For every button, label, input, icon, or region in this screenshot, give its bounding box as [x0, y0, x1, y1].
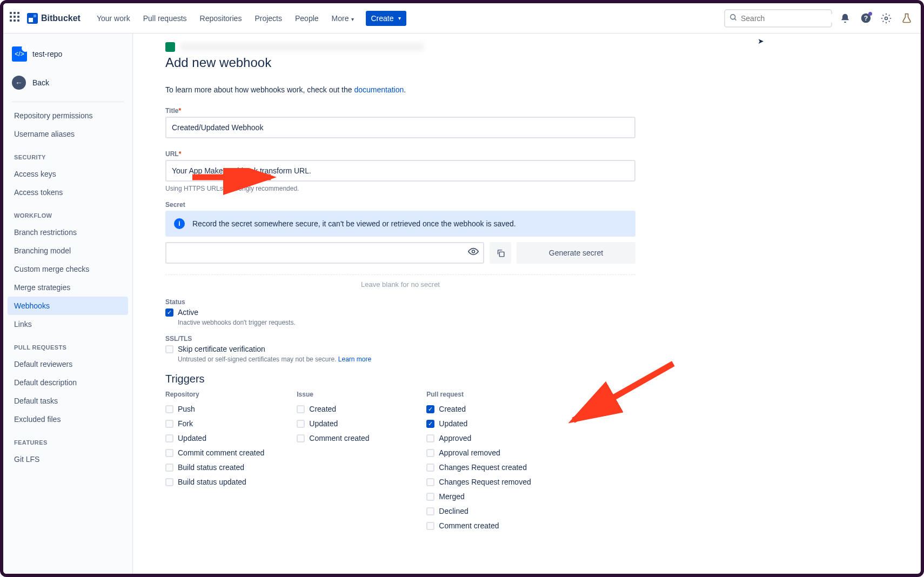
skip-cert-checkbox[interactable] — [165, 345, 173, 353]
trigger-checkbox[interactable] — [426, 434, 434, 442]
sidebar-item-username-aliases[interactable]: Username aliases — [8, 125, 128, 143]
trigger-checkbox[interactable] — [165, 434, 173, 442]
sidebar-item-access-tokens[interactable]: Access tokens — [8, 183, 128, 202]
trigger-checkbox[interactable] — [426, 522, 434, 530]
active-label[interactable]: Active — [178, 308, 198, 317]
sidebar-item-branching-model[interactable]: Branching model — [8, 241, 128, 260]
url-hint: Using HTTPS URLs is strongly recommended… — [165, 185, 635, 192]
back-label: Back — [32, 78, 49, 87]
trigger-label[interactable]: Comment created — [439, 521, 499, 530]
url-label: URL* — [165, 150, 635, 158]
trigger-checkbox[interactable]: ✓ — [426, 420, 434, 428]
labs-icon[interactable] — [899, 11, 914, 26]
sidebar-item-webhooks[interactable]: Webhooks — [8, 297, 128, 315]
sidebar-item-default-description[interactable]: Default description — [8, 373, 128, 392]
trigger-checkbox[interactable] — [426, 464, 434, 472]
secret-input[interactable] — [165, 242, 484, 264]
trigger-label[interactable]: Merged — [439, 492, 464, 501]
bitbucket-icon — [27, 13, 38, 24]
sidebar-item-custom-merge-checks[interactable]: Custom merge checks — [8, 260, 128, 278]
secret-banner-text: Record the secret somewhere secure, it c… — [192, 219, 516, 228]
secret-info-banner: i Record the secret somewhere secure, it… — [165, 211, 635, 237]
trigger-label[interactable]: Declined — [439, 507, 468, 515]
trigger-checkbox[interactable] — [165, 405, 173, 413]
create-button[interactable]: Create▾ — [366, 11, 406, 26]
trigger-checkbox[interactable] — [165, 420, 173, 428]
trigger-checkbox[interactable]: ✓ — [426, 405, 434, 413]
svg-line-1 — [734, 18, 736, 20]
trigger-column-heading: Pull request — [426, 391, 531, 398]
app-switcher-icon[interactable] — [10, 12, 23, 25]
nav-pull-requests[interactable]: Pull requests — [138, 11, 192, 26]
trigger-label[interactable]: Commit comment created — [178, 448, 264, 457]
help-icon[interactable]: ? — [858, 11, 873, 26]
trigger-checkbox[interactable] — [426, 449, 434, 457]
trigger-label[interactable]: Updated — [178, 434, 206, 442]
trigger-label[interactable]: Approval removed — [439, 448, 500, 457]
eye-icon[interactable] — [468, 246, 479, 260]
trigger-label[interactable]: Push — [178, 405, 195, 413]
generate-secret-button[interactable]: Generate secret — [517, 242, 635, 264]
trigger-label[interactable]: Build status created — [178, 463, 244, 472]
bitbucket-logo[interactable]: Bitbucket — [27, 13, 81, 24]
sidebar-item-excluded-files[interactable]: Excluded files — [8, 410, 128, 428]
trigger-checkbox[interactable] — [426, 493, 434, 501]
svg-point-5 — [472, 250, 475, 253]
sidebar-item-links[interactable]: Links — [8, 315, 128, 333]
notifications-icon[interactable] — [838, 11, 853, 26]
back-button[interactable]: ← Back — [8, 70, 128, 95]
primary-nav: Your work Pull requests Repositories Pro… — [91, 11, 359, 26]
nav-people[interactable]: People — [290, 11, 324, 26]
copy-button[interactable] — [490, 242, 511, 264]
trigger-label[interactable]: Approved — [439, 434, 471, 442]
trigger-checkbox[interactable] — [297, 420, 305, 428]
nav-your-work[interactable]: Your work — [91, 11, 136, 26]
trigger-label[interactable]: Created — [439, 405, 466, 413]
skip-cert-label[interactable]: Skip certificate verification — [178, 345, 265, 353]
repo-icon: </> — [12, 46, 27, 62]
title-input[interactable] — [165, 117, 635, 138]
documentation-link[interactable]: documentation — [354, 85, 404, 94]
trigger-label[interactable]: Created — [309, 405, 336, 413]
chevron-down-icon: ▾ — [398, 15, 401, 21]
nav-projects[interactable]: Projects — [249, 11, 287, 26]
trigger-checkbox[interactable] — [165, 478, 173, 486]
trigger-checkbox[interactable] — [297, 405, 305, 413]
sidebar-item-default-tasks[interactable]: Default tasks — [8, 392, 128, 410]
trigger-label[interactable]: Changes Request created — [439, 463, 527, 472]
learn-more-link[interactable]: Learn more — [338, 355, 371, 363]
trigger-label[interactable]: Build status updated — [178, 478, 246, 486]
trigger-label[interactable]: Comment created — [309, 434, 369, 442]
active-checkbox[interactable]: ✓ — [165, 308, 173, 317]
top-navigation: Bitbucket Your work Pull requests Reposi… — [3, 3, 921, 33]
sidebar-item-default-reviewers[interactable]: Default reviewers — [8, 355, 128, 373]
search-field[interactable] — [741, 14, 835, 23]
trigger-checkbox[interactable] — [426, 507, 434, 515]
nav-more[interactable]: More▾ — [326, 11, 359, 26]
trigger-label[interactable]: Fork — [178, 419, 193, 428]
trigger-label[interactable]: Changes Request removed — [439, 478, 531, 486]
status-label: Status — [165, 298, 635, 306]
ssl-label: SSL/TLS — [165, 335, 635, 343]
trigger-checkbox[interactable] — [426, 478, 434, 486]
sidebar-item-merge-strategies[interactable]: Merge strategies — [8, 278, 128, 297]
trigger-checkbox[interactable] — [165, 449, 173, 457]
settings-icon[interactable] — [879, 11, 894, 26]
trigger-label[interactable]: Updated — [309, 419, 338, 428]
trigger-checkbox[interactable] — [297, 434, 305, 442]
page-title: Add new webhook — [165, 55, 899, 70]
sidebar-item-repo-permissions[interactable]: Repository permissions — [8, 106, 128, 125]
back-arrow-icon: ← — [12, 76, 26, 90]
nav-repositories[interactable]: Repositories — [195, 11, 247, 26]
url-input[interactable] — [165, 160, 635, 182]
trigger-checkbox[interactable] — [165, 464, 173, 472]
sidebar-item-git-lfs[interactable]: Git LFS — [8, 450, 128, 468]
trigger-label[interactable]: Updated — [439, 419, 467, 428]
repo-header[interactable]: </> test-repo — [8, 42, 128, 66]
search-input[interactable] — [724, 9, 832, 28]
create-label: Create — [371, 14, 394, 23]
sidebar-item-branch-restrictions[interactable]: Branch restrictions — [8, 223, 128, 241]
sidebar-item-access-keys[interactable]: Access keys — [8, 165, 128, 183]
svg-rect-6 — [499, 252, 504, 257]
breadcrumb — [165, 42, 899, 52]
